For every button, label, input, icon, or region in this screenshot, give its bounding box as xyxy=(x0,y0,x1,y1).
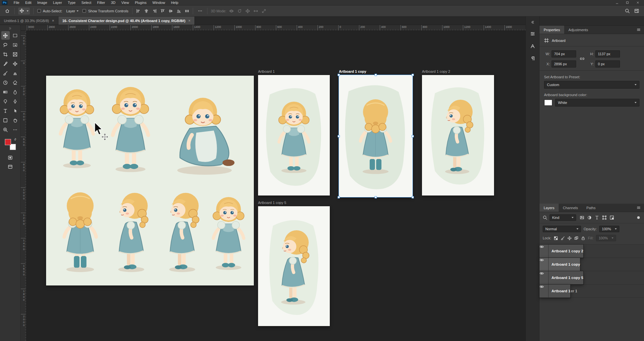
character-panel-icon[interactable] xyxy=(529,42,537,50)
artboard-preset-select[interactable]: Custom xyxy=(544,81,639,89)
rectangle-tool[interactable] xyxy=(1,116,10,124)
artboard-1[interactable] xyxy=(258,75,330,196)
selection-handle[interactable] xyxy=(412,74,414,76)
artboard-group-row[interactable]: Artboard 1 xyxy=(539,284,570,298)
align-right-button[interactable] xyxy=(152,9,157,13)
menu-view[interactable]: View xyxy=(118,0,132,5)
align-center-h-button[interactable] xyxy=(144,9,149,13)
horizontal-ruler[interactable]: 3000280026002400220020001800160014001200… xyxy=(27,25,526,31)
menu-window[interactable]: Window xyxy=(150,0,168,5)
tab-close-button[interactable]: × xyxy=(188,19,191,23)
filter-toggle-icon[interactable] xyxy=(636,215,641,220)
menu-filter[interactable]: Filter xyxy=(94,0,108,5)
dodge-tool[interactable] xyxy=(1,97,10,106)
tab-channels[interactable]: Channels xyxy=(559,204,582,212)
selection-handle[interactable] xyxy=(412,135,414,137)
brush-settings-icon[interactable] xyxy=(529,30,537,38)
width-field[interactable]: 704 px xyxy=(551,50,576,57)
menu-3d[interactable]: 3D xyxy=(108,0,118,5)
minimize-icon[interactable] xyxy=(615,1,619,4)
artboard-group-row[interactable]: Artboard 1 copy 5 xyxy=(539,271,583,284)
shape-filter-icon[interactable] xyxy=(602,215,607,220)
blend-mode-select[interactable]: Normal xyxy=(543,226,581,232)
menu-help[interactable]: Help xyxy=(168,0,181,5)
tab-properties[interactable]: Properties xyxy=(539,26,564,34)
document-tab-2[interactable]: 16- Consistent Character design.psd @ 40… xyxy=(58,17,195,25)
toolbar-collapse-button[interactable] xyxy=(9,26,12,31)
type-tool[interactable] xyxy=(1,107,10,115)
checkbox-box[interactable] xyxy=(82,9,86,13)
type-filter-icon[interactable] xyxy=(595,215,599,220)
panel-menu-icon[interactable] xyxy=(633,26,644,34)
artboard-label[interactable]: Artboard 1 copy 5 xyxy=(258,201,286,205)
artboard-character-sheet[interactable] xyxy=(46,76,254,285)
show-transform-checkbox[interactable]: Show Transform Controls xyxy=(82,9,128,13)
lock-transparent-icon[interactable] xyxy=(554,236,558,240)
pen-tool[interactable] xyxy=(11,97,19,106)
hand-tool[interactable] xyxy=(11,116,19,124)
auto-select-target-dropdown[interactable]: Layer xyxy=(65,8,80,14)
layer-name[interactable]: Artboard 1 copy xyxy=(551,262,580,266)
artboard-label-selected[interactable]: Artboard 1 copy xyxy=(339,69,366,73)
drag-3d-icon[interactable] xyxy=(245,9,250,13)
align-left-button[interactable] xyxy=(136,9,141,13)
lock-all-icon[interactable] xyxy=(581,236,585,240)
adjustment-filter-icon[interactable] xyxy=(587,215,592,220)
maximize-icon[interactable] xyxy=(626,1,629,4)
align-top-button[interactable] xyxy=(160,9,165,13)
menu-select[interactable]: Select xyxy=(79,0,94,5)
artboard-1-copy-2[interactable] xyxy=(422,75,494,196)
distribute-h-button[interactable] xyxy=(185,9,189,13)
fill-select[interactable]: 100% xyxy=(596,235,616,241)
lock-position-icon[interactable] xyxy=(567,236,572,240)
foreground-color-swatch[interactable] xyxy=(5,139,11,145)
canvas[interactable]: Artboard 1 Artboard 1 copy xyxy=(27,31,526,341)
artboard-label[interactable]: Artboard 1 xyxy=(258,69,275,73)
paragraph-panel-icon[interactable] xyxy=(529,55,537,62)
menu-type[interactable]: Type xyxy=(65,0,79,5)
pixel-filter-icon[interactable] xyxy=(580,215,584,220)
eraser-tool[interactable] xyxy=(11,78,19,87)
edit-toolbar-tool[interactable] xyxy=(11,125,19,134)
menu-file[interactable]: File xyxy=(11,0,22,5)
opacity-select[interactable]: 100% xyxy=(599,226,619,232)
gradient-tool[interactable] xyxy=(1,88,10,96)
brush-tool[interactable] xyxy=(1,69,10,77)
document-tab-1[interactable]: Untitled-1 @ 33.3% (RGB/8)× xyxy=(0,17,58,25)
tab-layers[interactable]: Layers xyxy=(539,204,559,212)
artboard-group-row[interactable]: Artboard 1 copy xyxy=(539,258,580,271)
eyedropper-tool[interactable] xyxy=(1,59,10,68)
quick-mask-button[interactable] xyxy=(6,153,15,162)
swap-colors-icon[interactable]: ⇄ xyxy=(13,137,17,141)
height-field[interactable]: 1137 px xyxy=(595,50,620,57)
layer-name[interactable]: Artboard 1 xyxy=(551,289,570,293)
selection-handle[interactable] xyxy=(375,74,377,76)
tab-paths[interactable]: Paths xyxy=(582,204,600,212)
search-icon[interactable] xyxy=(624,7,631,14)
menu-image[interactable]: Image xyxy=(34,0,50,5)
artboard-group-row[interactable]: Artboard 1 copy 2 xyxy=(539,245,583,258)
history-brush-tool[interactable] xyxy=(1,78,10,87)
artboard-bg-swatch[interactable] xyxy=(544,99,552,106)
selection-handle[interactable] xyxy=(338,74,340,76)
screen-mode-button[interactable] xyxy=(6,162,15,171)
x-field[interactable]: 2896 px xyxy=(551,60,576,68)
marquee-tool[interactable] xyxy=(11,31,19,40)
selection-handle[interactable] xyxy=(375,196,377,198)
align-bottom-button[interactable] xyxy=(177,9,181,13)
collapse-panels-icon[interactable] xyxy=(529,19,536,25)
path-selection-tool[interactable] xyxy=(11,107,19,115)
slide-3d-icon[interactable] xyxy=(254,9,258,13)
selection-handle[interactable] xyxy=(412,196,414,198)
vertical-ruler[interactable]: 2000200400600800100012001400160018002000 xyxy=(21,31,27,341)
selection-handle[interactable] xyxy=(338,196,340,198)
orbit-3d-icon[interactable] xyxy=(229,9,234,13)
close-icon[interactable] xyxy=(636,1,639,4)
menu-plugins[interactable]: Plugins xyxy=(132,0,149,5)
move-tool[interactable] xyxy=(1,31,10,40)
tab-adjustments[interactable]: Adjustments xyxy=(564,26,592,34)
artboard-1-copy-5[interactable] xyxy=(258,206,330,326)
more-align-options-button[interactable] xyxy=(197,7,204,14)
roll-3d-icon[interactable] xyxy=(237,9,242,13)
selection-handle[interactable] xyxy=(338,135,340,137)
